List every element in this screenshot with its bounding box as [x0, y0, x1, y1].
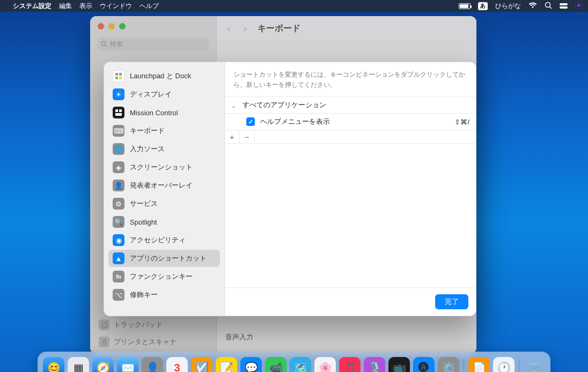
svg-line-7: [105, 45, 107, 47]
forward-button[interactable]: ›: [241, 23, 249, 34]
app-menu[interactable]: システム設定: [13, 2, 52, 11]
category-label: アクセシビリティ: [130, 235, 186, 245]
trackpad-icon: ▢: [99, 319, 109, 330]
category-icon: fn: [113, 271, 124, 282]
input-source-label[interactable]: ひらがな: [495, 2, 521, 11]
siri-icon[interactable]: [575, 2, 583, 11]
svg-rect-13: [119, 109, 122, 112]
sidebar-item-printers[interactable]: ⎙ プリンタとスキャナ: [94, 333, 212, 351]
menu-view[interactable]: 表示: [79, 2, 92, 11]
dock-messages[interactable]: 💬: [240, 357, 262, 372]
shortcut-detail-panel: ショートカットを変更するには、キーコンビネーションをダブルクリックしてから、新し…: [225, 62, 476, 316]
shortcut-hint-text: ショートカットを変更するには、キーコンビネーションをダブルクリックしてから、新し…: [225, 62, 476, 97]
remove-shortcut-button[interactable]: −: [240, 130, 255, 143]
category-label: サービス: [130, 199, 158, 209]
svg-rect-14: [115, 113, 122, 116]
dock-facetime[interactable]: 📹: [265, 357, 286, 372]
svg-rect-11: [119, 77, 122, 79]
menu-edit[interactable]: 編集: [59, 2, 72, 11]
category-icon: ☀: [113, 88, 124, 100]
category-label: スクリーンショット: [130, 162, 193, 172]
tree-footer: + −: [225, 130, 476, 144]
window-search[interactable]: 検索: [98, 38, 209, 50]
sidebar-item-label: トラックパッド: [114, 320, 163, 330]
shortcut-category-item[interactable]: ◉アクセシビリティ: [108, 232, 220, 249]
svg-point-0: [546, 2, 550, 7]
category-icon: [113, 107, 124, 118]
dock-photos[interactable]: 🌸: [314, 357, 336, 372]
svg-rect-3: [560, 6, 568, 9]
done-button[interactable]: 完了: [435, 294, 468, 309]
dock-separator: [464, 359, 464, 372]
shortcut-category-item[interactable]: 🌐入力ソース: [108, 140, 220, 158]
shortcut-category-item[interactable]: ⚙サービス: [108, 195, 220, 212]
shortcut-category-item[interactable]: ⌨キーボード: [108, 122, 220, 139]
window-sidebar-list: ▢ トラックパッド ⎙ プリンタとスキャナ: [94, 316, 212, 351]
dock-appstore[interactable]: 🅐: [413, 357, 435, 372]
menu-help[interactable]: ヘルプ: [139, 2, 159, 11]
shortcut-category-item[interactable]: ☀ディスプレイ: [108, 86, 220, 103]
dock-mail[interactable]: ✉️: [117, 357, 138, 372]
shortcut-category-item[interactable]: ◈スクリーンショット: [108, 159, 220, 176]
dock-podcasts[interactable]: 🎙️: [364, 357, 385, 372]
control-center-icon[interactable]: [560, 2, 568, 10]
add-shortcut-button[interactable]: +: [225, 130, 240, 143]
page-title: キーボード: [258, 23, 300, 34]
shortcut-row[interactable]: ✓ ヘルプメニューを表示 ⇧⌘/: [225, 114, 476, 130]
search-icon: [101, 41, 107, 47]
back-button[interactable]: ‹: [225, 23, 233, 34]
search-icon[interactable]: [545, 2, 552, 11]
category-label: Launchpad と Dock: [130, 71, 191, 81]
dock-contacts[interactable]: 👤: [142, 357, 163, 372]
category-icon: 👤: [113, 180, 124, 191]
shortcut-category-item[interactable]: 👤発表者オーバーレイ: [108, 177, 220, 194]
menu-window[interactable]: ウインドウ: [100, 2, 132, 11]
sidebar-item-label: プリンタとスキャナ: [114, 337, 177, 347]
category-label: 入力ソース: [130, 144, 165, 154]
shortcut-category-item[interactable]: Mission Control: [108, 104, 220, 121]
category-label: アプリのショートカット: [130, 254, 207, 263]
voice-input-section: 音声入力: [225, 332, 253, 342]
zoom-button[interactable]: [119, 23, 126, 29]
shortcut-checkbox[interactable]: ✓: [246, 117, 255, 126]
dock-tv[interactable]: 📺: [388, 357, 410, 372]
category-icon: ◉: [113, 234, 124, 246]
dock-notes[interactable]: 📝: [216, 357, 237, 372]
svg-rect-8: [115, 73, 118, 76]
wifi-icon[interactable]: [528, 2, 537, 10]
category-icon: 🌐: [113, 143, 124, 155]
minimize-button[interactable]: [108, 23, 115, 29]
printer-icon: ⎙: [99, 337, 109, 347]
sidebar-item-trackpad[interactable]: ▢ トラックパッド: [94, 316, 212, 333]
battery-icon[interactable]: [459, 3, 471, 9]
input-source-badge[interactable]: あ: [478, 2, 488, 10]
dock-maps[interactable]: 🗺️: [290, 357, 311, 372]
category-icon: ◈: [113, 161, 124, 173]
dock-clock[interactable]: 🕐: [493, 357, 514, 372]
shortcut-category-item[interactable]: ▲アプリのショートカット: [108, 250, 220, 267]
dock-launchpad[interactable]: ▦: [68, 357, 89, 372]
category-icon: ⚙: [113, 198, 124, 210]
shortcut-category-item[interactable]: fnファンクションキー: [108, 268, 220, 285]
shortcut-keys[interactable]: ⇧⌘/: [454, 118, 469, 126]
category-icon: ⌥: [113, 289, 124, 301]
shortcut-group-label: すべてのアプリケーション: [242, 100, 326, 110]
dock-pages[interactable]: 📄: [468, 357, 490, 372]
dock-reminders[interactable]: ☑️: [191, 357, 212, 372]
shortcut-tree: ⌄ すべてのアプリケーション ✓ ヘルプメニューを表示 ⇧⌘/ + −: [225, 97, 476, 287]
shortcut-category-item[interactable]: ⌥修飾キー: [108, 286, 220, 303]
dock-calendar[interactable]: 3: [166, 357, 188, 372]
svg-rect-2: [560, 3, 568, 5]
dock-music[interactable]: 🎵: [339, 357, 361, 372]
category-label: 修飾キー: [130, 290, 158, 300]
svg-line-1: [550, 6, 552, 9]
dock-settings[interactable]: ⚙️: [438, 357, 459, 372]
dock-finder[interactable]: 😊: [43, 357, 64, 372]
dock-safari[interactable]: 🧭: [92, 357, 114, 372]
dock-trash[interactable]: 🗑️: [524, 357, 545, 372]
shortcut-group-row[interactable]: ⌄ すべてのアプリケーション: [225, 97, 476, 114]
category-icon: ▲: [113, 252, 124, 264]
shortcut-category-item[interactable]: Launchpad と Dock: [108, 68, 220, 85]
shortcut-category-item[interactable]: 🔍Spotlight: [108, 213, 220, 230]
close-button[interactable]: [98, 23, 104, 29]
